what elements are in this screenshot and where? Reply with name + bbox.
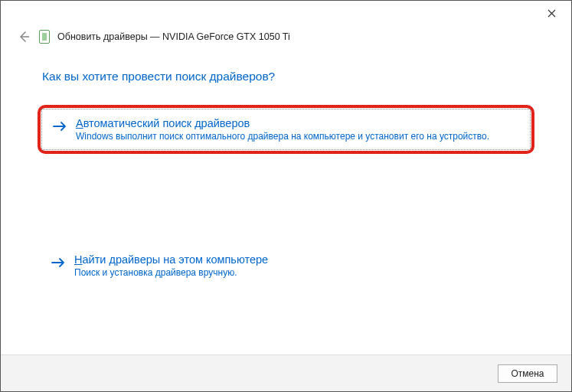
back-button[interactable] <box>16 29 31 44</box>
option-text: Найти драйверы на этом компьютере Поиск … <box>74 253 268 278</box>
dialog-title: Обновить драйверы — NVIDIA GeForce GTX 1… <box>57 31 290 42</box>
arrow-right-icon <box>51 256 65 270</box>
option-title: Найти драйверы на этом компьютере <box>74 253 268 266</box>
close-icon <box>547 9 556 18</box>
dialog-content: Как вы хотите провести поиск драйверов? … <box>1 48 571 354</box>
device-icon <box>39 30 50 44</box>
option-auto-search[interactable]: Автоматический поиск драйверов Windows в… <box>38 105 534 154</box>
dialog-footer: Отмена <box>1 354 571 391</box>
cancel-button[interactable]: Отмена <box>498 364 557 383</box>
titlebar <box>1 1 571 25</box>
option-description: Поиск и установка драйвера вручную. <box>74 267 268 278</box>
back-arrow-icon <box>18 31 30 43</box>
close-button[interactable] <box>536 2 567 24</box>
option-text: Автоматический поиск драйверов Windows в… <box>76 117 489 142</box>
option-title: Автоматический поиск драйверов <box>76 117 489 129</box>
option-description: Windows выполнит поиск оптимального драй… <box>76 131 489 142</box>
page-question: Как вы хотите провести поиск драйверов? <box>42 70 534 83</box>
option-browse-computer[interactable]: Найти драйверы на этом компьютере Поиск … <box>38 243 534 289</box>
driver-update-dialog: Обновить драйверы — NVIDIA GeForce GTX 1… <box>0 0 572 392</box>
dialog-header: Обновить драйверы — NVIDIA GeForce GTX 1… <box>1 25 571 48</box>
arrow-right-icon <box>53 119 67 133</box>
